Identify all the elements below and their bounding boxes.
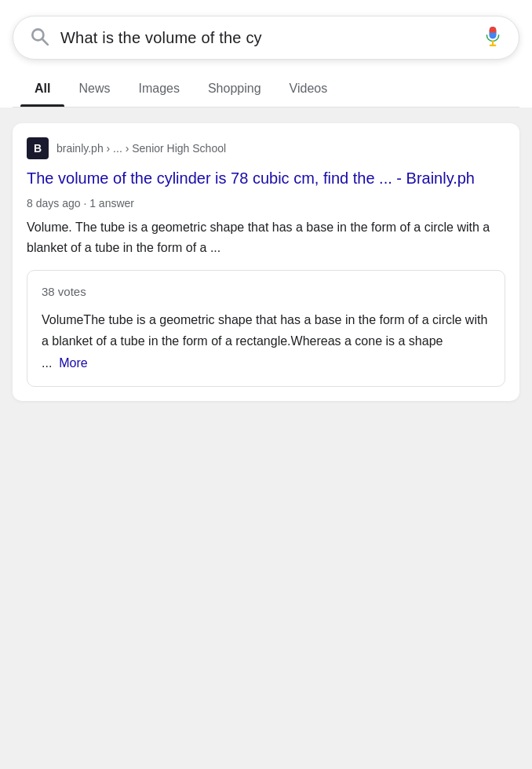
search-bar[interactable]: What is the volume of the cy [13,16,519,60]
tab-news[interactable]: News [64,71,124,107]
search-tabs: All News Images Shopping Videos [13,71,519,108]
answer-box: 38 votes VolumeThe tube is a geometric s… [27,270,505,387]
answer-text: VolumeThe tube is a geometric shape that… [42,309,490,374]
tab-all[interactable]: All [20,71,64,107]
tab-videos[interactable]: Videos [275,71,342,107]
breadcrumb: brainly.ph › ... › Senior High School [56,142,226,155]
result-card: B brainly.ph › ... › Senior High School … [13,123,519,401]
answer-votes: 38 votes [42,285,490,298]
svg-line-1 [42,39,48,45]
result-snippet: Volume. The tube is a geometric shape th… [27,217,505,257]
answer-ellipsis: ... [42,356,52,370]
tab-images[interactable]: Images [124,71,193,107]
answer-body: VolumeThe tube is a geometric shape that… [42,313,487,348]
results-area: B brainly.ph › ... › Senior High School … [0,108,532,417]
search-icon [29,26,49,49]
mic-icon[interactable] [483,26,503,49]
more-link[interactable]: More [59,356,87,370]
search-query: What is the volume of the cy [60,29,475,47]
source-row: B brainly.ph › ... › Senior High School [27,137,505,159]
site-favicon: B [27,137,49,159]
result-meta: 8 days ago · 1 answer [27,197,505,210]
result-title[interactable]: The volume of the cylinder is 78 cubic c… [27,167,505,189]
tab-shopping[interactable]: Shopping [194,71,275,107]
